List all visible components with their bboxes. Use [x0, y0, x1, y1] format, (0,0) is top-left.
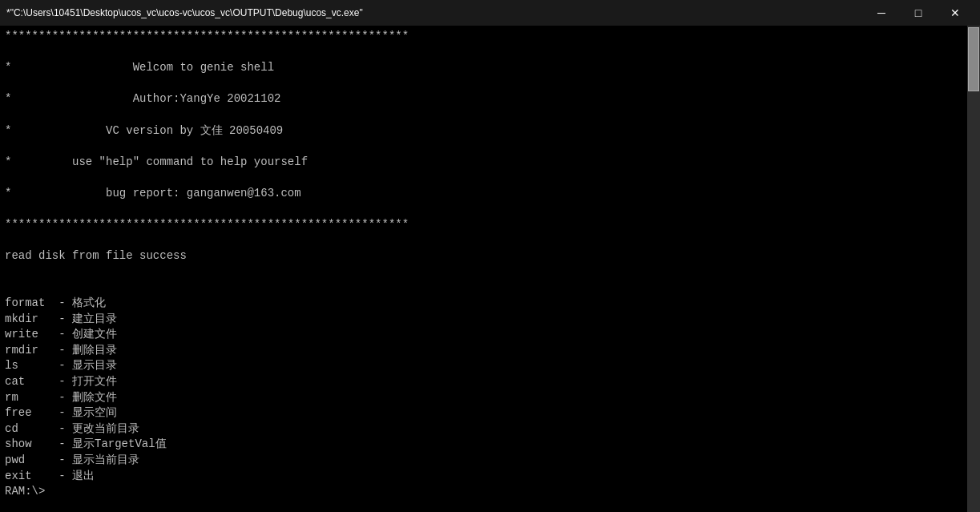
window-controls: ─ □ ✕	[863, 0, 974, 26]
window: *"C:\Users\10451\Desktop\ucos_vc\ucos-vc…	[0, 0, 980, 512]
maximize-button[interactable]: □	[900, 0, 937, 26]
close-button[interactable]: ✕	[937, 0, 974, 26]
scrollbar[interactable]	[967, 26, 980, 512]
titlebar: *"C:\Users\10451\Desktop\ucos_vc\ucos-vc…	[0, 0, 980, 26]
minimize-button[interactable]: ─	[863, 0, 900, 26]
content-area: ****************************************…	[0, 26, 980, 512]
terminal-output[interactable]: ****************************************…	[0, 26, 967, 512]
window-title: *"C:\Users\10451\Desktop\ucos_vc\ucos-vc…	[6, 7, 363, 18]
scrollbar-thumb[interactable]	[968, 27, 979, 91]
